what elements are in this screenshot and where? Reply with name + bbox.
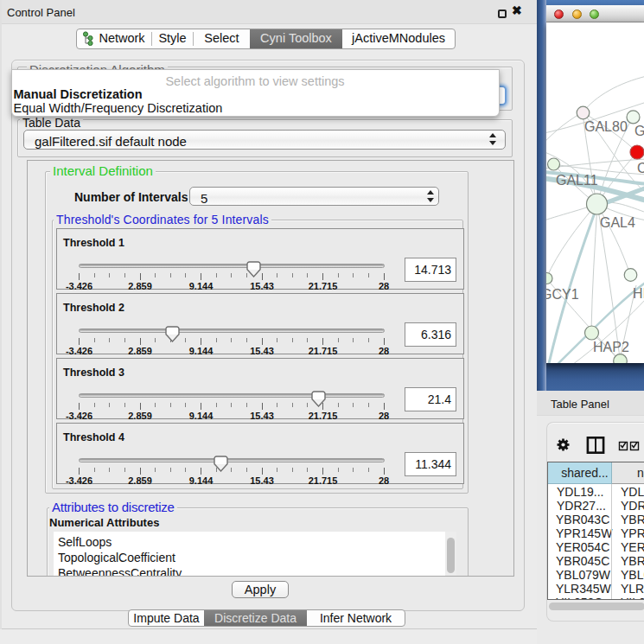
svg-text:HAP2: HAP2 [593,340,629,354]
svg-text:GAL4: GAL4 [600,215,635,230]
svg-text:HI: HI [633,286,644,301]
svg-text:CD: CD [637,161,644,175]
svg-text:GCY1: GCY1 [546,287,579,302]
svg-text:GAL11: GAL11 [556,173,598,188]
svg-text:GA: GA [634,124,644,138]
svg-text:GAL80: GAL80 [584,119,628,134]
